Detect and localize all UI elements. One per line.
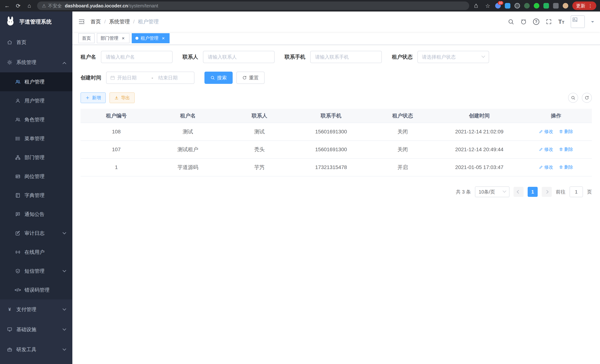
- sidebar-item-menus[interactable]: 菜单管理: [0, 129, 72, 148]
- sidebar-item-label: 基础设施: [16, 326, 36, 333]
- current-page-button[interactable]: 1: [528, 187, 538, 197]
- fullscreen-icon[interactable]: [546, 19, 552, 25]
- breadcrumb-item[interactable]: 系统管理: [109, 18, 130, 25]
- sidebar-item-posts[interactable]: 岗位管理: [0, 167, 72, 186]
- toggle-search-icon[interactable]: [568, 93, 578, 103]
- sidebar-item-label: 用户管理: [25, 97, 45, 104]
- edit-link[interactable]: 修改: [539, 146, 553, 152]
- avatar-caret-down-icon[interactable]: [591, 21, 594, 24]
- tenant-name-input[interactable]: [101, 51, 173, 63]
- sidebar-fold-icon[interactable]: [78, 18, 85, 25]
- status-field: 租户状态 请选择租户状态: [392, 51, 489, 63]
- bookmark-star-icon[interactable]: ☆: [484, 3, 491, 9]
- sidebar: 芋道管理系统 首页 系统管理 租户管理 用户管理: [0, 11, 72, 364]
- cell-mobile: 17321315478: [295, 159, 367, 176]
- cell-operations: 修改 删除: [520, 141, 592, 159]
- page-size-select[interactable]: 10条/页: [475, 187, 509, 197]
- help-icon[interactable]: ?: [533, 19, 539, 25]
- delete-link[interactable]: 删除: [559, 146, 573, 152]
- sidebar-item-infrastructure[interactable]: 基础设施: [0, 319, 72, 339]
- toolbar-right: [568, 93, 592, 103]
- avatar[interactable]: [571, 15, 585, 28]
- sidebar-item-label: 系统管理: [16, 59, 36, 66]
- sidebar-item-home[interactable]: 首页: [0, 32, 72, 52]
- cell-created: 2021-12-14 20:49:44: [438, 141, 520, 159]
- sidebar-item-payment[interactable]: ¥ 支付管理: [0, 299, 72, 319]
- column-header: 联系手机: [295, 109, 367, 123]
- extension-icon[interactable]: [515, 3, 520, 9]
- tag-label: 首页: [82, 35, 91, 41]
- close-icon[interactable]: ×: [161, 36, 166, 41]
- extension-icon[interactable]: [544, 3, 549, 9]
- sidebar-item-tenant[interactable]: 租户管理: [0, 72, 72, 91]
- contact-input[interactable]: [203, 51, 275, 63]
- sidebar-item-label: 岗位管理: [25, 173, 45, 180]
- sidebar-item-online-users[interactable]: 在线用户: [0, 243, 72, 261]
- add-button[interactable]: 新增: [81, 92, 106, 103]
- date-range-picker[interactable]: 开始日期 - 结束日期: [106, 72, 194, 84]
- profile-avatar-icon[interactable]: [563, 3, 568, 9]
- export-button[interactable]: 导出: [110, 92, 135, 103]
- breadcrumb-item[interactable]: 首页: [91, 18, 101, 25]
- cell-tenant-name: 芋道源码: [152, 159, 224, 176]
- sidebar-item-notice[interactable]: 通知公告: [0, 205, 72, 224]
- status-select[interactable]: 请选择租户状态: [417, 51, 489, 63]
- tenant-name-label: 租户名: [81, 53, 96, 60]
- active-dot: [135, 37, 138, 40]
- contact-field: 联系人: [183, 51, 275, 63]
- delete-link[interactable]: 删除: [559, 164, 573, 170]
- sidebar-item-dev-tools[interactable]: 研发工具: [0, 339, 72, 360]
- mobile-input[interactable]: [310, 51, 382, 63]
- chat-bubble-icon: [15, 212, 21, 217]
- github-icon[interactable]: [520, 19, 527, 25]
- sidebar-item-audit-log[interactable]: 审计日志: [0, 224, 72, 243]
- sidebar-item-dict[interactable]: 字典管理: [0, 186, 72, 205]
- sidebar-item-users[interactable]: 用户管理: [0, 91, 72, 110]
- extension-icon[interactable]: [553, 3, 559, 9]
- table-row: 108 测试 测试 15601691300 关闭 2021-12-14 21:0…: [81, 123, 592, 141]
- table-header-row: 租户编号 租户名 联系人 联系手机 租户状态 创建时间 操作: [81, 109, 592, 123]
- extension-icon[interactable]: [534, 3, 539, 9]
- address-bar[interactable]: ⚠ 不安全 dashboard.yudao.iocoder.cn/system/…: [37, 1, 469, 10]
- cell-contact: 秃头: [224, 141, 295, 159]
- sidebar-item-departments[interactable]: 部门管理: [0, 148, 72, 167]
- tag-tenant[interactable]: 租户管理 ×: [132, 33, 169, 43]
- refresh-table-icon[interactable]: [582, 93, 592, 103]
- reset-button[interactable]: 重置: [236, 72, 264, 84]
- search-button[interactable]: 搜索: [205, 72, 233, 84]
- goto-page-input[interactable]: [570, 187, 583, 197]
- shield-icon: [15, 269, 21, 274]
- cell-status: 关闭: [367, 123, 438, 141]
- edit-link[interactable]: 修改: [539, 129, 553, 134]
- edit-link[interactable]: 修改: [539, 164, 553, 170]
- sidebar-item-roles[interactable]: 角色管理: [0, 110, 72, 129]
- sidebar-item-system[interactable]: 系统管理: [0, 52, 72, 72]
- sidebar-item-label: 字典管理: [25, 192, 45, 199]
- browser-home-icon[interactable]: ⌂: [26, 3, 33, 9]
- browser-reload-icon[interactable]: ⟳: [15, 3, 21, 9]
- delete-link[interactable]: 删除: [559, 129, 573, 134]
- browser-update-button[interactable]: 更新 ⋮: [572, 1, 596, 10]
- browser-back-icon[interactable]: ←: [4, 3, 10, 9]
- extension-icon[interactable]: [505, 3, 510, 9]
- gear-icon: [7, 60, 13, 65]
- sidebar-item-error-codes[interactable]: </> 错误码管理: [0, 280, 72, 299]
- close-icon[interactable]: ×: [121, 36, 126, 41]
- tag-department[interactable]: 部门管理 ×: [97, 33, 130, 43]
- chevron-down-icon: [63, 230, 66, 236]
- extension-icon[interactable]: [524, 3, 530, 9]
- next-page-button[interactable]: [542, 187, 552, 197]
- url-path: /system/tenant: [128, 3, 158, 8]
- share-icon[interactable]: [474, 3, 480, 8]
- tag-home[interactable]: 首页: [78, 33, 95, 43]
- prev-page-button[interactable]: [514, 187, 524, 197]
- header-search-icon[interactable]: [508, 19, 514, 25]
- security-warning[interactable]: ⚠ 不安全: [42, 3, 62, 9]
- app-logo-row[interactable]: 芋道管理系统: [0, 11, 72, 32]
- app-logo: [5, 16, 16, 28]
- yen-icon: ¥: [7, 307, 13, 312]
- column-header: 租户名: [152, 109, 224, 123]
- extension-icon[interactable]: 10: [495, 3, 501, 9]
- sidebar-item-sms[interactable]: 短信管理: [0, 261, 72, 280]
- font-size-icon[interactable]: TT: [558, 18, 564, 25]
